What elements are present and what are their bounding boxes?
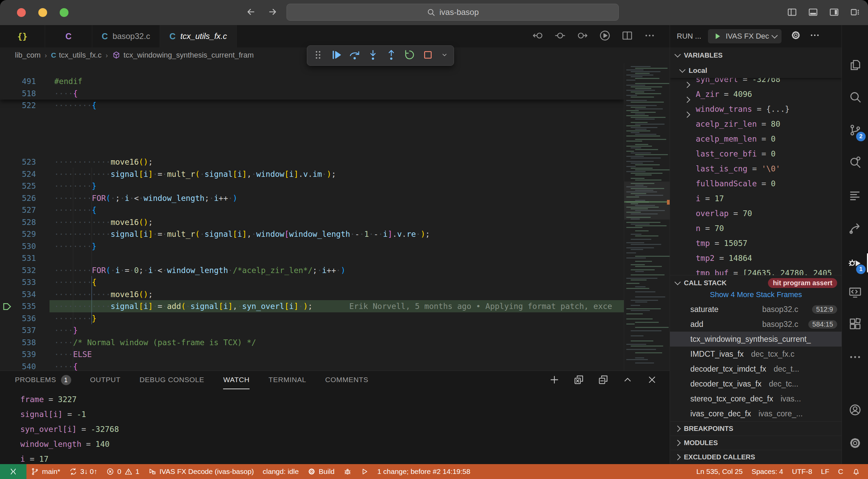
panel-close-button[interactable]: [647, 374, 657, 387]
step-into-button[interactable]: [367, 49, 379, 62]
code-editor[interactable]: 523············move16();524············s…: [0, 63, 670, 371]
sticky-line-522[interactable]: 522········{: [0, 87, 624, 99]
variable-row-fullbandScale[interactable]: fullbandScale = 0: [670, 176, 842, 191]
watch-expression-frame[interactable]: frame = 3227: [20, 392, 77, 407]
activity-source-control-button[interactable]: 2: [842, 116, 868, 145]
code-line-537[interactable]: 537····}: [0, 324, 624, 336]
code-line-526[interactable]: 526········FOR(·;·i·<·window_length;·i++…: [0, 192, 624, 204]
editor-tab-basop32.c[interactable]: C basop32.c: [92, 25, 160, 47]
line-number[interactable]: 535: [9, 300, 36, 312]
variables-scope-local[interactable]: Local: [670, 63, 842, 78]
variable-row-last_core_bfi[interactable]: last_core_bfi = 0: [670, 146, 842, 161]
notifications[interactable]: [848, 464, 865, 479]
panel-tab-watch[interactable]: WATCH: [223, 371, 250, 389]
bug-status[interactable]: [339, 464, 356, 479]
line-number[interactable]: 526: [9, 192, 36, 204]
watch-expression-signal[i][interactable]: signal[i] = -1: [20, 407, 86, 422]
toggle-secondary-sidebar-button[interactable]: [829, 7, 840, 19]
chevron-down-sm-button[interactable]: [440, 50, 449, 61]
stop-button[interactable]: [422, 49, 434, 62]
stack-frame-tcx_windowing_synthesis_current_[interactable]: tcx_windowing_synthesis_current_: [670, 332, 842, 347]
code-line-531[interactable]: 531: [0, 252, 624, 264]
stack-frame-saturate[interactable]: saturate basop32.c 512:9: [670, 302, 842, 317]
activity-remote-explorer-button[interactable]: [842, 278, 868, 307]
panel-add-button[interactable]: [549, 374, 560, 387]
close-window-button[interactable]: [17, 8, 26, 17]
stack-frame-stereo_tcx_core_dec_fx[interactable]: stereo_tcx_core_dec_fx ivas...: [670, 391, 842, 406]
code-line-530[interactable]: 530········}: [0, 240, 624, 252]
minimap[interactable]: [624, 63, 670, 371]
code-line-538[interactable]: 538····/* Normal window (past-frame is T…: [0, 336, 624, 349]
eol[interactable]: LF: [816, 464, 834, 479]
problems-status[interactable]: 01: [102, 464, 144, 479]
encoding[interactable]: UTF-8: [788, 464, 817, 479]
branch-status[interactable]: main*: [26, 464, 65, 479]
line-number[interactable]: 534: [9, 288, 36, 300]
line-number[interactable]: 531: [9, 252, 36, 264]
toggle-sidebar-button[interactable]: [787, 7, 797, 19]
section-modules[interactable]: MODULES: [670, 436, 842, 450]
variable-row-last_is_cng[interactable]: last_is_cng = '\0': [670, 161, 842, 176]
panel-chevron-up-button[interactable]: [622, 374, 633, 387]
variable-row-acelp_zir_len[interactable]: acelp_zir_len = 80: [670, 117, 842, 131]
watch-expression-window_length[interactable]: window_length = 140: [20, 437, 110, 452]
panel-remove-all-button[interactable]: [573, 374, 584, 387]
activity-search-button[interactable]: [842, 82, 868, 111]
code-line-529[interactable]: 529············signal[i]·=·mult_r(·signa…: [0, 228, 624, 240]
variable-row-overlap[interactable]: overlap = 70: [670, 206, 842, 221]
line-number[interactable]: 536: [9, 312, 36, 325]
code-line-535[interactable]: 535············signal[i]·=·add(·signal[i…: [0, 300, 624, 312]
line-number[interactable]: 528: [9, 216, 36, 228]
remote-indicator[interactable]: [0, 464, 26, 479]
variables-section-header[interactable]: VARIABLES: [670, 47, 842, 63]
panel-tab-comments[interactable]: COMMENTS: [325, 371, 368, 389]
stack-frame-IMDCT_ivas_fx[interactable]: IMDCT_ivas_fx dec_tcx_fx.c: [670, 347, 842, 361]
code-line-536[interactable]: 536········}: [0, 312, 624, 325]
line-number[interactable]: 523: [9, 156, 36, 168]
show-more-stack-frames-link[interactable]: Show 4 More Stack Frames: [670, 290, 842, 302]
code-line-528[interactable]: 528············move16();: [0, 216, 624, 228]
editor-tab-c-purple[interactable]: C: [45, 25, 92, 47]
code-line-539[interactable]: 539····ELSE: [0, 348, 624, 360]
editor-tab-tcx_utils_fx.c[interactable]: C tcx_utils_fx.c: [160, 25, 237, 47]
debug-settings-button[interactable]: [790, 30, 801, 43]
step-over-button[interactable]: [349, 49, 361, 62]
line-number[interactable]: 537: [9, 324, 36, 336]
code-line-534[interactable]: 534············move16();: [0, 288, 624, 300]
prev-change-button[interactable]: [532, 30, 544, 43]
panel-tab-output[interactable]: OUTPUT: [90, 371, 121, 389]
variable-row-A_zir[interactable]: A_zir = 4096: [670, 87, 842, 102]
activity-extensions-button[interactable]: [842, 309, 868, 338]
line-number[interactable]: 532: [9, 264, 36, 276]
minimap-slider[interactable]: [624, 182, 670, 220]
stack-frame-decoder_tcx_ivas_fx[interactable]: decoder_tcx_ivas_fx dec_tc...: [670, 376, 842, 391]
code-line-540[interactable]: 540····{: [0, 360, 624, 371]
run-circle-button[interactable]: [599, 30, 611, 43]
editor-tab-braces[interactable]: {}: [0, 25, 45, 47]
variable-row-i[interactable]: i = 17: [670, 191, 842, 206]
variable-row-tmp2[interactable]: tmp2 = 14864: [670, 251, 842, 266]
line-number[interactable]: 529: [9, 228, 36, 240]
toggle-panel-button[interactable]: [808, 7, 818, 19]
code-line-523[interactable]: 523············move16();: [0, 156, 624, 168]
variable-row-tmp_buf[interactable]: tmp_buf = [24635, 24780, 2405: [670, 266, 842, 275]
cursor-position[interactable]: Ln 535, Col 25: [692, 464, 747, 479]
minimize-window-button[interactable]: [38, 8, 47, 17]
split-editor-button[interactable]: [622, 30, 633, 43]
breadcrumb-item[interactable]: tcx_windowing_synthesis_current_fram: [112, 51, 254, 60]
activity-files-button[interactable]: [842, 50, 868, 80]
watch-expression-syn_overl[i][interactable]: syn_overl[i] = -32768: [20, 422, 119, 437]
stack-frame-add[interactable]: add basop32.c 584:15: [670, 317, 842, 332]
activity-ref-search-button[interactable]: [842, 148, 868, 177]
variable-row-window_trans[interactable]: window_trans = {...}: [670, 102, 842, 117]
activity-account-button[interactable]: [842, 395, 868, 424]
back-button[interactable]: [246, 7, 256, 18]
variable-row-acelp_mem_len[interactable]: acelp_mem_len = 0: [670, 131, 842, 146]
code-line-525[interactable]: 525········}: [0, 180, 624, 192]
changes-button[interactable]: [554, 30, 566, 43]
code-line-524[interactable]: 524············signal[i]·=·mult_r(·signa…: [0, 168, 624, 180]
more-button[interactable]: [644, 30, 655, 43]
build-status[interactable]: Build: [303, 464, 339, 479]
drag-grip-button[interactable]: [312, 49, 324, 62]
section-excluded-callers[interactable]: EXCLUDED CALLERS: [670, 450, 842, 464]
